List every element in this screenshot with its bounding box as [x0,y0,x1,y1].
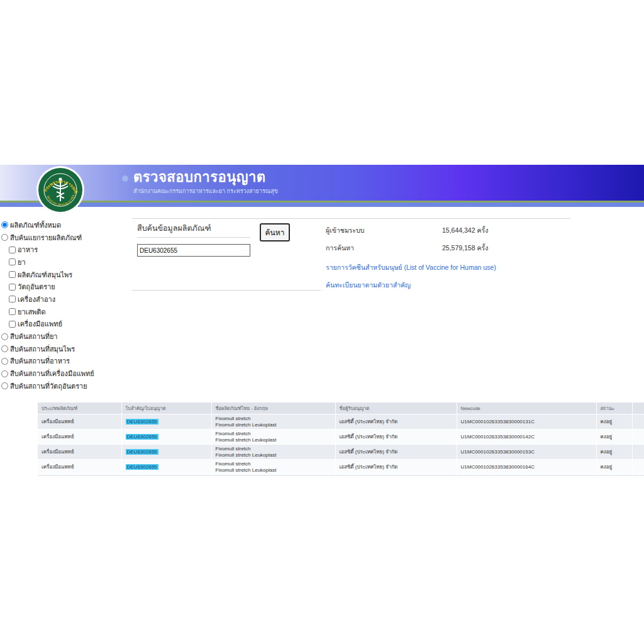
cell-extra [632,430,644,445]
table-row: เครื่องมือแพทย์ DEU6302655 Hypafix เอสซิ… [38,475,644,477]
cell-extra [632,460,644,475]
sidebar-radio-food-place[interactable]: สืบค้นสถานที่อาหาร [1,355,127,368]
sidebar-radio-drug-place[interactable]: สืบค้นสถานที่ยา [1,330,127,343]
license-link[interactable]: DEU6302655 [126,419,158,425]
moph-seal-logo: กระทรวงสาธารณสุข MINISTRY OF PUBLIC HEAL… [36,165,85,214]
col-header-extra [632,402,644,414]
cell-status: คงอยู่ [596,460,632,475]
visitors-value: 15,644,342 ครั้ง [442,225,488,236]
col-header-license: ใบสำคัญ/ใบอนุญาต [121,402,211,414]
col-header-holder: ชื่อผู้รับอนุญาต [335,402,457,414]
cell-holder: เอสซิตี้ (ประเทศไทย) จำกัด [335,430,457,445]
title-bullet-icon [122,175,128,182]
page-title: ตรวจสอบการอนุญาต [133,170,278,185]
search-button[interactable]: ค้นหา [260,223,290,242]
cell-license: DEU6302655 [121,430,211,445]
license-link[interactable]: DEU6302655 [126,464,158,470]
sidebar-checkbox-drug[interactable]: ยา [9,256,127,269]
cell-license: DEU6302655 [121,460,211,475]
radio-device-place[interactable] [1,370,8,377]
radio-all-products[interactable] [1,221,8,228]
radio-food-place[interactable] [1,358,8,365]
sidebar-radio-by-product[interactable]: สืบค้นแยกรายผลิตภัณฑ์ [1,231,127,244]
cell-product-type: เครื่องมือแพทย์ [38,475,121,477]
sidebar-checkbox-cosmetic[interactable]: เครื่องสำอาง [9,293,127,306]
page-subtitle: สำนักงานคณะกรรมการอาหารและยา กระทรวงสาธา… [133,187,278,196]
col-header-product-name: ชื่อผลิตภัณฑ์ไทย - อังกฤษ [211,402,335,414]
search-input[interactable] [137,244,250,257]
cell-newcode: U1MC00010263353830000142C [457,430,596,445]
sidebar-radio-all-products[interactable]: ผลิตภัณฑ์ทั้งหมด [1,219,127,231]
cell-extra [632,475,644,477]
cell-license: DEU6302655 [121,445,211,460]
license-link[interactable]: DEU6302655 [126,434,158,440]
cell-product-type: เครื่องมือแพทย์ [38,460,121,475]
cell-holder: เอสซิตี้ (ประเทศไทย) จำกัด [335,445,457,460]
cell-product-name: Fixomull stretchFixomull stretch Leukopl… [211,460,335,475]
page: { "header": { "title": "ตรวจสอบการอนุญาต… [0,0,644,644]
radio-drug-place[interactable] [1,333,8,340]
sidebar-checkbox-hazardous[interactable]: วัตถุอันตราย [9,280,127,293]
cell-product-name: Fixomull stretchFixomull stretch Leukopl… [211,414,335,430]
checkbox-hazardous[interactable] [9,284,16,291]
drug-registry-link[interactable]: ค้นทะเบียนยาตามตัวยาสำคัญ [326,280,411,291]
radio-hazardous-place[interactable] [1,382,8,389]
filter-sidebar: ผลิตภัณฑ์ทั้งหมด สืบค้นแยกรายผลิตภัณฑ์ อ… [1,219,127,392]
search-label-underline [137,237,250,238]
cell-status: คงอยู่ [596,414,632,430]
cell-newcode: U1MC00010263353830000175C [457,475,596,477]
checkbox-cosmetic[interactable] [9,296,16,303]
cell-newcode: U1MC00010263353830000153C [457,445,596,460]
cell-newcode: U1MC00010263353830000131C [457,414,596,430]
radio-by-product[interactable] [1,234,8,241]
vaccine-list-link[interactable]: รายการวัคซีนสำหรับมนุษย์ (List of Vaccin… [326,262,496,273]
cell-status: คงอยู่ [596,475,632,477]
cell-license: DEU6302655 [121,475,211,477]
checkbox-food[interactable] [9,247,16,253]
sidebar-checkbox-narcotic[interactable]: ยาเสพติด [9,306,127,318]
results-table: ประเภทผลิตภัณฑ์ ใบสำคัญ/ใบอนุญาต ชื่อผลิ… [38,402,644,476]
results-table-container: ประเภทผลิตภัณฑ์ ใบสำคัญ/ใบอนุญาต ชื่อผลิ… [38,402,644,476]
cell-holder: เอสซิตี้ (ประเทศไทย) จำกัด [335,414,457,430]
cell-product-name: Fixomull stretchFixomull stretch Leukopl… [211,445,335,460]
cell-product-type: เครื่องมือแพทย์ [38,414,121,430]
sidebar-radio-hazardous-place[interactable]: สืบค้นสถานที่วัตถุอันตราย [1,380,127,392]
checkbox-medical-device[interactable] [9,321,16,328]
searches-label: การค้นหา [326,243,354,253]
col-header-product-type: ประเภทผลิตภัณฑ์ [38,402,121,414]
table-header-row: ประเภทผลิตภัณฑ์ ใบสำคัญ/ใบอนุญาต ชื่อผลิ… [38,402,644,414]
header-band [0,165,644,201]
cell-product-name: Hypafix [211,475,335,477]
cell-holder: เอสซิตี้ (ประเทศไทย) จำกัด [335,460,457,475]
cell-status: คงอยู่ [596,445,632,460]
header-blue-strip [0,203,644,207]
table-row: เครื่องมือแพทย์ DEU6302655 Fixomull stre… [38,414,644,430]
content-top-divider [132,218,570,219]
sidebar-checkbox-food[interactable]: อาหาร [9,243,127,256]
cell-product-type: เครื่องมือแพทย์ [38,430,121,445]
cell-product-type: เครื่องมือแพทย์ [38,445,121,460]
table-row: เครื่องมือแพทย์ DEU6302655 Fixomull stre… [38,460,644,475]
cell-extra [632,414,644,430]
checkbox-herbal[interactable] [9,271,16,278]
col-header-newcode: Newcode [457,402,596,414]
cell-product-name: Fixomull stretchFixomull stretch Leukopl… [211,430,335,445]
sidebar-checkbox-herbal[interactable]: ผลิตภัณฑ์สมุนไพร [9,269,127,281]
license-link[interactable]: DEU6302655 [126,449,158,455]
app-title-block: ตรวจสอบการอนุญาต สำนักงานคณะกรรมการอาหาร… [122,170,278,196]
radio-herbal-place[interactable] [1,345,8,352]
cell-holder: เอสซิตี้ (ประเทศไทย) จำกัด [335,475,457,477]
search-bottom-divider [132,290,321,291]
sidebar-radio-device-place[interactable]: สืบค้นสถานที่เครื่องมือแพทย์ [1,367,127,380]
cell-extra [632,445,644,460]
checkbox-drug[interactable] [9,258,16,265]
sidebar-radio-herbal-place[interactable]: สืบค้นสถานที่สมุนไพร [1,343,127,355]
sidebar-checkbox-medical-device[interactable]: เครื่องมือแพทย์ [9,318,127,331]
search-section-label: สืบค้นข้อมูลผลิตภัณฑ์ [137,222,211,235]
checkbox-narcotic[interactable] [9,308,16,315]
table-row: เครื่องมือแพทย์ DEU6302655 Fixomull stre… [38,430,644,445]
searches-value: 25,579,158 ครั้ง [442,243,488,253]
cell-status: คงอยู่ [596,430,632,445]
table-row: เครื่องมือแพทย์ DEU6302655 Fixomull stre… [38,445,644,460]
cell-license: DEU6302655 [121,414,211,430]
